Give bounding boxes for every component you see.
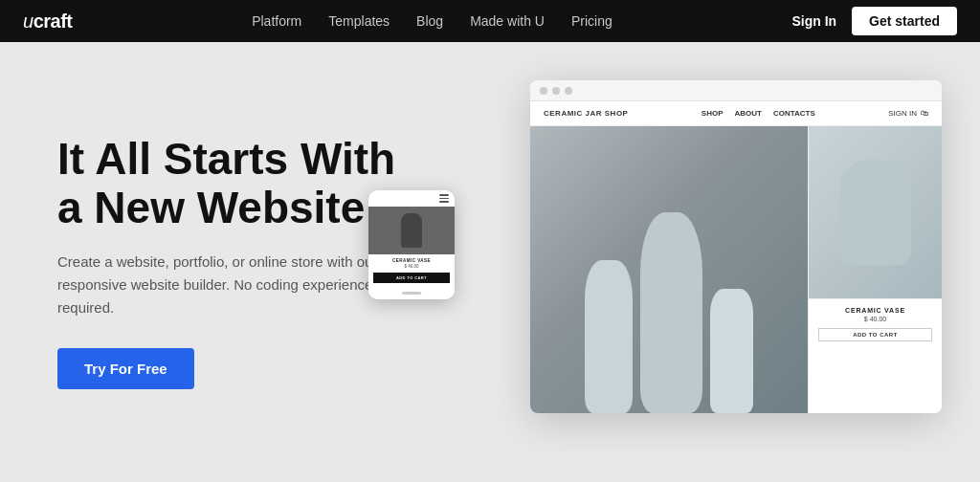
demo-product-card: CERAMIC VASE $ 40.00 ADD TO CART [808,126,942,413]
vase-small [839,160,911,265]
demo-product-card-info: CERAMIC VASE $ 40.00 ADD TO CART [809,298,942,349]
menu-line-3 [439,201,449,203]
demo-site-logo: CERAMIC JAR SHOP [544,109,628,118]
demo-add-to-cart-button[interactable]: ADD TO CART [818,328,932,341]
nav-item-templates[interactable]: Templates [328,12,390,30]
menu-line-1 [439,194,449,196]
mobile-add-cart-button[interactable]: ADD TO CART [373,273,450,283]
nav-item-pricing[interactable]: Pricing [571,12,612,30]
hero-section: It All Starts With a New Website Create … [0,42,980,482]
browser-mockup: CERAMIC JAR SHOP SHOP ABOUT CONTACTS SIG… [530,80,942,413]
mobile-product-image [368,207,455,254]
mobile-menu-icon [439,194,449,203]
vase-1 [585,260,633,413]
hero-subtitle: Create a website, portfolio, or online s… [57,251,383,319]
menu-line-2 [439,198,449,200]
nav-links: Platform Templates Blog Made with U Pric… [252,12,612,30]
demo-site-nav-links: SHOP ABOUT CONTACTS [702,109,815,118]
demo-main-image [530,126,808,413]
demo-product-price: $ 40.00 [818,316,932,322]
mobile-bottom [368,287,455,299]
mobile-mockup: CERAMIC VASE $ 40.00 ADD TO CART [368,190,455,299]
browser-dot-1 [540,87,547,95]
get-started-button[interactable]: Get started [852,7,957,35]
mobile-home-indicator [402,292,421,295]
site-logo[interactable]: ucraft [23,11,72,33]
try-free-button[interactable]: Try For Free [57,348,194,389]
navbar: ucraft Platform Templates Blog Made with… [0,0,980,42]
mobile-product-info: CERAMIC VASE $ 40.00 ADD TO CART [368,254,455,287]
browser-content: CERAMIC JAR SHOP SHOP ABOUT CONTACTS SIG… [530,101,942,413]
demo-site-nav: CERAMIC JAR SHOP SHOP ABOUT CONTACTS SIG… [530,101,942,126]
browser-dot-2 [552,87,560,95]
demo-product-area: CERAMIC VASE $ 40.00 ADD TO CART [530,126,942,413]
sign-in-button[interactable]: Sign In [791,13,836,29]
demo-site-signin: SIGN IN 🛍 [888,109,928,118]
vase-2 [640,212,702,413]
mobile-vase [401,213,422,248]
browser-dot-3 [565,87,572,95]
mobile-product-price: $ 40.00 [373,264,450,269]
nav-item-platform[interactable]: Platform [252,12,301,30]
browser-bar [530,80,942,101]
demo-product-card-image [809,126,942,298]
vase-3 [710,289,753,413]
vase-group [585,212,753,413]
mobile-product-name: CERAMIC VASE [373,258,450,263]
mobile-header [368,190,455,207]
nav-item-blog[interactable]: Blog [416,12,443,30]
nav-item-made-with-u[interactable]: Made with U [470,12,545,30]
nav-right: Sign In Get started [791,7,957,35]
demo-product-name: CERAMIC VASE [818,307,932,314]
